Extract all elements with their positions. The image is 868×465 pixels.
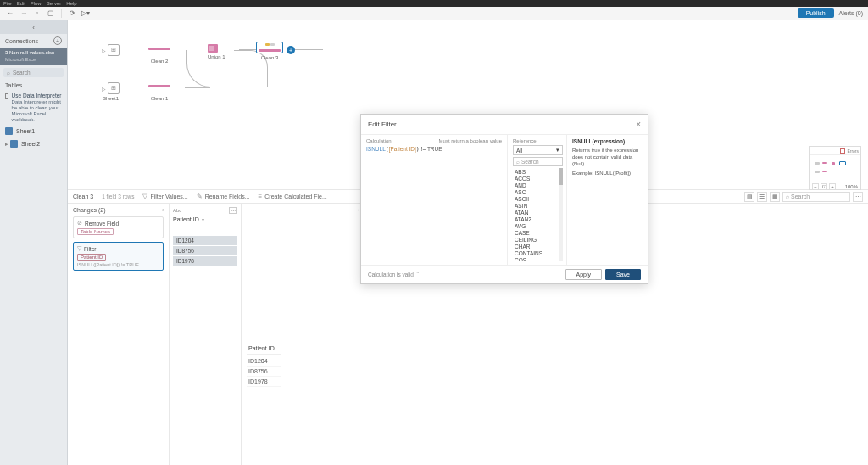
function-item[interactable]: AVG [513,222,563,229]
expand-caret-icon[interactable]: ‹ [358,207,359,213]
filter-field-pill: Patient ID [77,254,106,261]
zoom-level: 100% [845,184,858,189]
node-sheet1[interactable]: ▷⊞ Sheet1 [102,82,120,101]
function-help: ISNULL(expression) Returns true if the e… [567,135,648,265]
sidebar-search[interactable]: ⌕ Search [3,68,64,77]
list-view-button[interactable]: ☰ [757,192,767,202]
publish-button[interactable]: Publish [798,8,834,18]
rename-icon: ✎ [197,193,203,200]
reference-label: Reference [513,138,563,143]
sheet1-item[interactable]: Sheet1 [0,125,67,137]
change-filter[interactable]: ▽Filter Patient ID ISNULL([Patient ID]) … [73,242,164,271]
function-item[interactable]: ATAN [513,209,563,216]
chevron-up-icon[interactable]: ˄ [416,272,420,278]
change-remove-field[interactable]: ⊘Remove Field Table Names [73,216,164,238]
profile-value[interactable]: ID1204 [173,236,237,245]
profile-view-button[interactable]: ▤ [744,192,754,202]
function-item[interactable]: CONTAINS [513,249,563,256]
filter-icon: ▽ [77,245,81,252]
add-connection-button[interactable]: + [53,36,62,45]
sheet1-label: Sheet1 [16,128,35,134]
connection-name: 3 Non null values.xlsx [5,50,62,57]
rename-fields-button[interactable]: ✎Rename Fields... [197,193,250,200]
zoom-fit-button[interactable]: ⊡ [821,183,827,190]
menu-server[interactable]: Server [47,1,62,6]
function-item[interactable]: AND [513,182,563,188]
menu-help[interactable]: Help [66,1,76,6]
profile-value[interactable]: ID8756 [173,246,237,255]
grid-view-button[interactable]: ▦ [770,192,780,202]
run-button[interactable]: ▷▾ [81,8,91,19]
data-interpreter-desc: Data Interpreter might be able to clean … [12,99,62,124]
sidebar-collapse[interactable]: ‹ [0,20,67,34]
connections-header: Connections [5,38,38,44]
function-item[interactable]: ASC [513,188,563,195]
search-icon: ⌕ [786,193,789,199]
help-example: Example: ISNULL([Profit]) [572,171,643,176]
refresh-button[interactable]: ⟳ [67,8,77,19]
function-item[interactable]: COS [513,256,563,261]
expand-icon: ▸ [5,141,8,148]
filter-icon: ▽ [142,193,147,200]
node-union1[interactable]: Union 1 [208,44,225,59]
zoom-out-button[interactable]: − [812,183,819,190]
settings-button[interactable]: ⋯ [853,192,863,202]
function-item[interactable]: CHAR [513,243,563,249]
scrollbar[interactable] [559,168,563,261]
save-button[interactable]: Save [605,269,641,280]
node-sheet2[interactable]: ▷⊞ Sheet2 [102,44,120,63]
create-calc-button[interactable]: ≡Create Calculated Fie... [259,193,327,200]
connection-item[interactable]: 3 Non null values.xlsx Microsoft Excel [0,48,67,65]
function-item[interactable]: CEILING [513,236,563,243]
calculation-editor[interactable]: Calculation Must return a boolean value … [361,135,508,265]
alerts-label[interactable]: Alerts (0) [839,10,863,16]
main-canvas: ▷⊞ Sheet1 Clean 1 ▷⊞ Sheet2 Clean 2 Unio… [68,20,868,465]
field-search[interactable]: ⌕Search [782,192,850,202]
function-item[interactable]: ASCII [513,195,563,202]
export-button[interactable]: ▢ [46,8,56,19]
grid-cell: ID8756 [247,367,281,377]
close-button[interactable]: × [636,120,641,129]
reference-search[interactable]: ⌕Search [513,157,563,166]
zoom-in-button[interactable]: + [829,183,836,190]
function-item[interactable]: CASE [513,229,563,236]
node-clean3[interactable]: Clean 3 [256,42,283,60]
calculation-text[interactable]: ISNULL([Patient ID]) != TRUE [366,146,502,153]
filter-values-button[interactable]: ▽Filter Values... [142,193,187,200]
data-interpreter-checkbox[interactable] [5,93,8,99]
search-icon: ⌕ [516,159,520,165]
function-list[interactable]: ABS ACOS AND ASC ASCII ASIN ATAN ATAN2 A… [513,168,563,261]
menu-file[interactable]: File [3,1,12,6]
grid-column-header[interactable]: Patient ID [247,343,281,355]
apply-button[interactable]: Apply [565,269,603,280]
function-item[interactable]: ACOS [513,175,563,182]
back-button[interactable]: ← [5,8,15,19]
menu-edit[interactable]: Edit [17,1,25,6]
function-item[interactable]: ATAN2 [513,216,563,222]
search-icon: ⌕ [7,70,10,76]
left-sidebar: ‹ Connections + 3 Non null values.xlsx M… [0,20,68,465]
node-clean2[interactable]: Clean 2 [148,48,170,64]
reference-category-select[interactable]: All▾ [513,145,563,155]
add-step-button[interactable]: + [287,46,295,54]
filter-expression: ISNULL([Patient ID]) != TRUE [77,262,159,267]
profile-value[interactable]: ID1978 [173,256,237,266]
function-item[interactable]: ASIN [513,202,563,209]
changes-collapse-icon[interactable]: ‹ [162,207,164,213]
field-options-button[interactable]: ⋯ [229,207,237,214]
sheet2-item[interactable]: ▸ Sheet2 [0,137,67,150]
dialog-title: Edit Filter [368,120,397,128]
clipboard-button[interactable]: ▫ [32,8,42,19]
node-clean1[interactable]: Clean 1 [148,85,170,101]
profile-field-name[interactable]: Patient ID▾ [173,216,237,222]
field-type-label: Abc [173,208,181,213]
forward-button[interactable]: → [19,8,29,19]
top-toolbar: ← → ▫ ▢ ⟳ ▷▾ Publish Alerts (0) [0,7,868,20]
menu-flow[interactable]: Flow [31,1,42,6]
changes-panel: Changes (2) ‹ ⊘Remove Field Table Names … [68,204,170,465]
tables-header: Tables [0,80,67,91]
minimap: Errors − ⊡ + 100% [809,146,861,190]
profile-panel: Abc ⋯ Patient ID▾ ID1204 ID8756 ID1978 [170,204,242,465]
minimap-errors[interactable]: Errors [847,148,859,154]
function-item[interactable]: ABS [513,168,563,175]
